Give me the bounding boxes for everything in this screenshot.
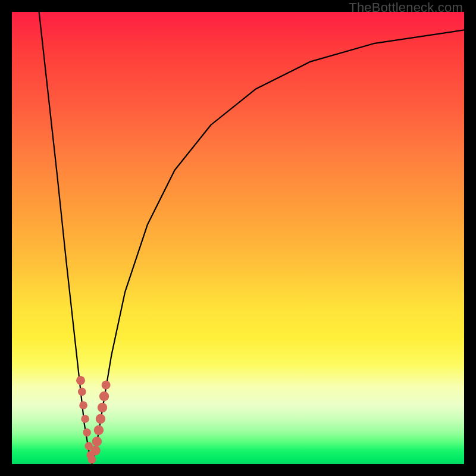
plot-area: [12, 12, 464, 464]
marker-cluster: [76, 376, 111, 464]
chart-svg: [12, 12, 464, 464]
curve-marker: [99, 392, 109, 401]
curve-marker: [76, 376, 85, 385]
curve-marker: [98, 403, 107, 412]
curve-marker: [94, 425, 104, 435]
chart-frame: TheBottleneck.com: [0, 0, 476, 476]
curve-marker: [90, 446, 100, 455]
curve-marker: [88, 456, 96, 464]
watermark-text: TheBottleneck.com: [349, 0, 463, 15]
curve-marker: [96, 414, 105, 424]
curve-marker: [83, 428, 91, 437]
curve-marker: [79, 401, 87, 409]
curve-marker: [78, 388, 86, 396]
curve-marker: [102, 380, 111, 389]
curve-marker: [92, 437, 102, 446]
curve-marker: [81, 415, 89, 423]
